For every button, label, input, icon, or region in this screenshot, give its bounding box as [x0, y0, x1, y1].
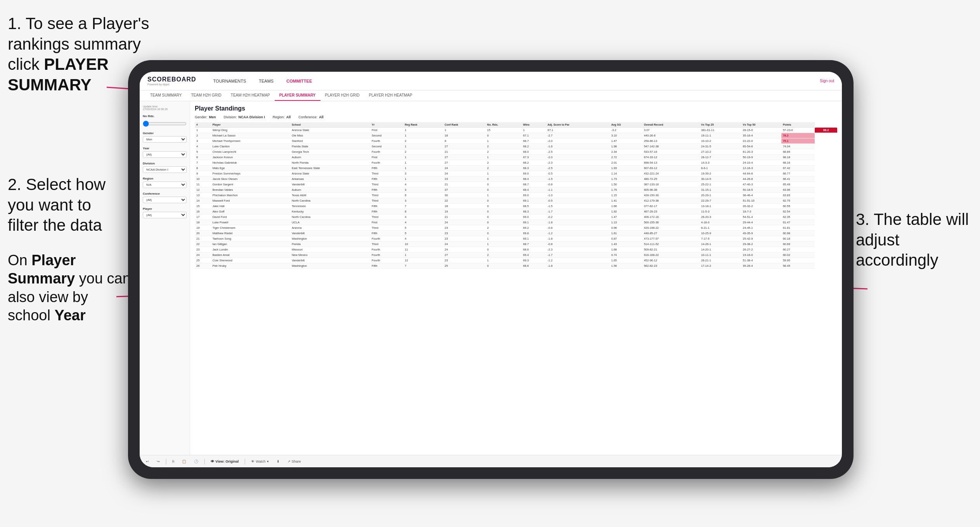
table-cell: 1 — [486, 155, 522, 160]
table-cell: 30 — [443, 193, 486, 198]
view-original-btn[interactable]: 👁 View: Original — [208, 459, 241, 464]
sub-nav-player-h2h-grid[interactable]: PLAYER H2H GRID — [320, 90, 364, 101]
table-cell: 2 — [486, 252, 522, 258]
table-cell: 37 — [443, 187, 486, 193]
col-yr: Yr — [370, 122, 403, 128]
nav-committee[interactable]: COMMITTEE — [281, 76, 317, 86]
table-cell: 2.01 — [609, 160, 642, 166]
table-cell: 17-14-2 — [700, 263, 741, 269]
sub-nav-team-h2h-grid[interactable]: TEAM H2H GRID — [187, 90, 226, 101]
watch-btn[interactable]: 👁 Watch ▾ — [249, 459, 271, 464]
table-cell: 452-96-12 — [642, 258, 700, 263]
table-cell: 0.87 — [609, 236, 642, 242]
redo-btn[interactable]: ↪ — [154, 459, 162, 464]
table-cell: Vanderbilt — [290, 258, 370, 263]
filter-region-label: Region: — [273, 115, 285, 119]
table-cell: -1.8 — [546, 236, 609, 242]
table-cell: Nicholas Gabrieluk — [211, 160, 290, 166]
table-cell: 9 — [195, 171, 211, 176]
table-cell: -0.8 — [546, 182, 609, 187]
table-cell: 1.66 — [609, 204, 642, 209]
table-cell: Fifth — [370, 204, 403, 209]
table-cell: 15 — [486, 128, 522, 133]
table-cell: 68.2 — [521, 160, 546, 166]
update-time-text: Update time: — [143, 105, 187, 108]
table-cell: 10-10-2 — [700, 138, 741, 144]
gender-select[interactable]: Men — [143, 136, 187, 143]
player-select[interactable]: (All) — [143, 212, 187, 218]
table-cell: Third — [370, 182, 403, 187]
table-cell: 27 — [443, 155, 486, 160]
sub-nav-player-summary[interactable]: PLAYER SUMMARY — [275, 90, 320, 101]
clock-btn[interactable]: 🕐 — [192, 459, 201, 464]
table-cell: -0.5 — [546, 198, 609, 204]
download-btn[interactable]: ⬇ — [274, 459, 282, 464]
toolbar-sep1: | — [165, 458, 167, 465]
table-cell: 26-21-1 — [700, 258, 741, 263]
table-cell: Kentucky — [290, 209, 370, 214]
undo-btn[interactable]: ↩ — [144, 459, 151, 464]
nav-teams[interactable]: TEAMS — [253, 76, 279, 86]
table-cell: Tiger Christensen — [211, 225, 290, 231]
copy-btn[interactable]: ⎘ — [170, 459, 177, 464]
table-cell: 1.15 — [609, 193, 642, 198]
table-cell: 12 — [403, 258, 443, 263]
table-cell: 22 — [443, 198, 486, 204]
update-time-val: 27/03/2024 16:56:26 — [143, 108, 187, 111]
nav-tournaments[interactable]: TOURNAMENTS — [208, 76, 252, 86]
table-cell: 13-18-1 — [700, 204, 741, 209]
region-select[interactable]: N/A — [143, 181, 187, 188]
table-cell: -1.2 — [546, 258, 609, 263]
tablet-screen: SCOREBOARD Powered by dippd TOURNAMENTS … — [140, 72, 842, 467]
filter-division: Division: NCAA Division I — [224, 115, 265, 119]
table-cell: 18-7-3 — [741, 209, 781, 214]
table-cell: 5 — [403, 231, 443, 236]
col-overall-record: Overall Record — [642, 122, 700, 128]
table-cell: 68.3 — [521, 166, 546, 171]
share-btn[interactable]: ↗ Share — [285, 459, 303, 464]
table-cell: Michael Thorbjornsen — [211, 138, 290, 144]
table-cell: -2.3 — [546, 160, 609, 166]
col-no-rds: No. Rds. — [486, 122, 522, 128]
table-cell: -2.3 — [546, 247, 609, 252]
table-cell: 69.2 — [521, 225, 546, 231]
table-cell: Maxwell Ford — [211, 198, 290, 204]
table-cell: 35-26-4 — [741, 263, 781, 269]
table-cell: 24 — [443, 166, 486, 171]
conference-select[interactable]: (All) — [143, 197, 187, 203]
table-cell: 24 — [443, 171, 486, 176]
table-cell: 13 — [195, 193, 211, 198]
table-cell: 1 — [443, 128, 486, 133]
division-select[interactable]: NCAA Division I — [143, 166, 187, 173]
sub-nav-team-summary[interactable]: TEAM SUMMARY — [145, 90, 187, 101]
table-cell: 8 — [443, 138, 486, 144]
toolbar-sep3: | — [244, 458, 246, 465]
table-cell: 1 — [486, 193, 522, 198]
table-cell: 0 — [486, 209, 522, 214]
app-header: SCOREBOARD Powered by dippd TOURNAMENTS … — [140, 72, 842, 90]
sub-nav-team-h2h-heatmap[interactable]: TEAM H2H HEATMAP — [226, 90, 275, 101]
table-cell: 58.45 — [781, 263, 815, 269]
no-rds-label: No Rds. — [143, 114, 187, 118]
table-cell: 406-172-16 — [642, 214, 700, 220]
no-rds-slider[interactable] — [143, 121, 187, 127]
table-cell: David Ford — [211, 214, 290, 220]
table-cell: 14-26-1 — [700, 242, 741, 247]
table-cell: Gordon Sargent — [211, 182, 290, 187]
table-cell: 66.77 — [781, 171, 815, 176]
table-cell: 547-142-38 — [642, 144, 700, 149]
instruction-step2-line2: filter the data — [8, 215, 132, 236]
table-cell: Stanford — [290, 138, 370, 144]
table-cell: 26-27-2 — [741, 247, 781, 252]
sign-out-link[interactable]: Sign out — [820, 79, 834, 83]
view-original-label: View: Original — [215, 460, 239, 463]
table-cell: 8-6-1 — [700, 166, 741, 171]
table-cell: Vanderbilt — [290, 182, 370, 187]
table-cell: Tennessee — [290, 204, 370, 209]
table-cell: 1 — [403, 144, 443, 149]
year-select[interactable]: (All) — [143, 151, 187, 158]
table-cell: -1.6 — [546, 144, 609, 149]
paste-btn[interactable]: 📋 — [180, 459, 189, 464]
sub-nav-player-h2h-heatmap[interactable]: PLAYER H2H HEATMAP — [364, 90, 417, 101]
table-header: # Player School Yr Reg Rank Conf Rank No… — [195, 122, 837, 128]
